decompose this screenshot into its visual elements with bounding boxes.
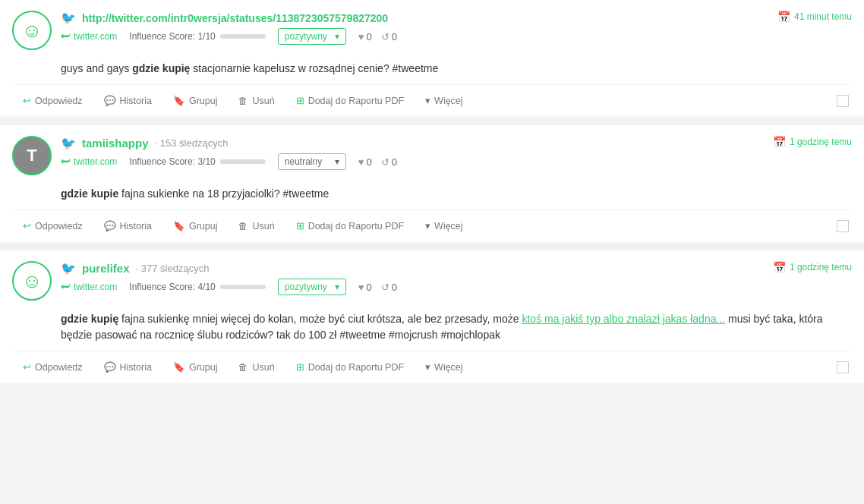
group-button-1[interactable]: 🔖 Grupuj	[162, 91, 229, 110]
post-body-2: gdzie kupie fajna sukienke na 18 przyjac…	[12, 180, 852, 209]
more-label-1: Więcej	[434, 96, 463, 106]
heart-icon-1: ♥	[358, 31, 364, 43]
add-report-button-3[interactable]: ⊞ Dodaj do Raportu PDF	[285, 358, 415, 376]
history-label-1: Historia	[120, 96, 152, 106]
more-icon-2: ▾	[425, 220, 430, 232]
delete-icon-3: 🗑	[238, 362, 248, 373]
source-link-1[interactable]: ⮨ twitter.com	[61, 31, 117, 43]
body-link-3[interactable]: ktoś ma jakiś typ albo znalazł jakas ład…	[522, 313, 725, 325]
avatar-initial-2: T	[27, 146, 36, 165]
heart-icon-2: ♥	[358, 156, 364, 168]
group-button-2[interactable]: 🔖 Grupuj	[162, 216, 229, 235]
likes-metric-2: ♥ 0	[358, 156, 372, 168]
post-header-left-3: ☺ 🐦 purelifex · 377 śledzących ⮨ twitter…	[12, 261, 397, 301]
post-meta-3: 🐦 purelifex · 377 śledzących ⮨ twitter.c…	[61, 261, 397, 295]
retweet-icon-1: ↺	[381, 31, 389, 43]
more-icon-1: ▾	[425, 95, 430, 106]
reply-button-3[interactable]: ↩ Odpowiedz	[12, 358, 93, 376]
add-report-button-1[interactable]: ⊞ Dodaj do Raportu PDF	[285, 91, 415, 110]
delete-button-2[interactable]: 🗑 Usuń	[228, 217, 285, 235]
source-text-3: twitter.com	[74, 282, 117, 292]
add-report-label-1: Dodaj do Raportu PDF	[308, 96, 404, 106]
history-button-2[interactable]: 💬 Historia	[93, 216, 162, 235]
delete-label-1: Usuń	[252, 96, 274, 106]
history-icon-2: 💬	[104, 220, 116, 232]
chevron-down-icon-1: ▾	[335, 31, 339, 42]
reply-label-1: Odpowiedz	[35, 96, 83, 106]
influence-score-1: Influence Score: 1/10	[129, 31, 265, 42]
delete-icon-1: 🗑	[238, 96, 248, 106]
history-icon-3: 💬	[104, 361, 116, 373]
heart-icon-3: ♥	[358, 282, 364, 293]
sentiment-label-3: pozytywny	[285, 282, 327, 292]
likes-metric-3: ♥ 0	[358, 282, 372, 293]
influence-label-1: Influence Score: 1/10	[129, 31, 215, 42]
delete-icon-2: 🗑	[238, 221, 248, 232]
post-right-3: 📅 1 godzinę temu	[773, 261, 852, 273]
checkbox-2[interactable]	[837, 220, 849, 232]
avatar-person-icon-1: ☺	[22, 20, 43, 40]
reply-label-3: Odpowiedz	[35, 362, 83, 373]
avatar-3: ☺	[12, 261, 52, 301]
more-label-3: Więcej	[434, 362, 463, 373]
post-url-1[interactable]: http://twitter.com/intr0wersja/statuses/…	[82, 12, 388, 24]
delete-button-1[interactable]: 🗑 Usuń	[228, 92, 285, 110]
sentiment-dropdown-2[interactable]: neutralny ▾	[278, 153, 346, 170]
likes-count-3: 0	[367, 282, 372, 293]
calendar-icon-3: 📅	[773, 261, 786, 273]
retweet-icon-2: ↺	[381, 156, 389, 168]
post-header-left-2: T 🐦 tamiishappy · 153 śledzących ⮨ twitt…	[12, 136, 397, 175]
history-label-3: Historia	[120, 362, 152, 373]
post-meta-1: 🐦 http://twitter.com/intr0wersja/statuse…	[61, 11, 397, 45]
body-rest-2: fajna sukienke na 18 przyjaciolki? #twee…	[118, 187, 329, 200]
calendar-icon-1: 📅	[777, 11, 790, 23]
metrics-row-1: ♥ 0 ↺ 0	[358, 31, 397, 43]
score-bar-container-2	[220, 159, 266, 164]
post-username-2[interactable]: tamiishappy	[82, 137, 149, 150]
sentiment-dropdown-1[interactable]: pozytywny ▾	[278, 28, 346, 45]
more-button-3[interactable]: ▾ Więcej	[415, 358, 474, 376]
more-button-2[interactable]: ▾ Więcej	[415, 216, 474, 235]
history-button-1[interactable]: 💬 Historia	[93, 91, 162, 110]
post-username-row-1: 🐦 http://twitter.com/intr0wersja/statuse…	[61, 11, 397, 25]
twitter-bird-icon-2: 🐦	[61, 136, 76, 150]
retweets-count-3: 0	[392, 282, 397, 293]
source-link-2[interactable]: ⮨ twitter.com	[61, 156, 117, 168]
source-link-3[interactable]: ⮨ twitter.com	[61, 282, 117, 293]
influence-score-3: Influence Score: 4/10	[129, 282, 265, 292]
history-button-3[interactable]: 💬 Historia	[93, 358, 162, 376]
checkbox-1[interactable]	[837, 95, 849, 107]
delete-button-3[interactable]: 🗑 Usuń	[228, 358, 285, 376]
group-button-3[interactable]: 🔖 Grupuj	[162, 358, 229, 376]
post-username-3[interactable]: purelifex	[82, 262, 130, 275]
add-report-label-2: Dodaj do Raportu PDF	[308, 221, 404, 232]
post-source-row-3: ⮨ twitter.com Influence Score: 4/10 pozy…	[61, 279, 397, 295]
post-header-1: ☺ 🐦 http://twitter.com/intr0wersja/statu…	[12, 11, 852, 50]
post-actions-3: ↩ Odpowiedz 💬 Historia 🔖 Grupuj 🗑 Usuń ⊞…	[12, 351, 852, 383]
avatar-2: T	[12, 136, 52, 175]
add-report-button-2[interactable]: ⊞ Dodaj do Raportu PDF	[285, 216, 415, 235]
sentiment-dropdown-3[interactable]: pozytywny ▾	[278, 279, 346, 295]
group-label-1: Grupuj	[189, 96, 218, 106]
followers-text-2: 153 śledzących	[160, 137, 229, 149]
checkbox-3[interactable]	[837, 361, 849, 373]
post-header-2: T 🐦 tamiishappy · 153 śledzących ⮨ twitt…	[12, 136, 852, 175]
calendar-icon-2: 📅	[773, 136, 786, 148]
retweets-count-1: 0	[392, 31, 397, 43]
more-button-1[interactable]: ▾ Więcej	[415, 91, 474, 110]
avatar-1: ☺	[12, 11, 52, 50]
reply-label-2: Odpowiedz	[35, 221, 83, 232]
post-username-row-3: 🐦 purelifex · 377 śledzących	[61, 261, 397, 276]
delete-label-2: Usuń	[252, 221, 274, 232]
reply-icon-2: ↩	[23, 220, 31, 232]
add-report-icon-1: ⊞	[296, 95, 304, 106]
share-icon-1: ⮨	[61, 31, 71, 43]
post-right-2: 📅 1 godzinę temu	[773, 136, 852, 148]
more-icon-3: ▾	[425, 361, 430, 373]
reply-button-1[interactable]: ↩ Odpowiedz	[12, 91, 93, 110]
reply-button-2[interactable]: ↩ Odpowiedz	[12, 216, 93, 235]
chevron-down-icon-2: ▾	[335, 156, 339, 167]
twitter-bird-icon-3: 🐦	[61, 261, 76, 276]
retweets-metric-1: ↺ 0	[381, 31, 397, 43]
sentiment-label-2: neutralny	[285, 156, 322, 167]
